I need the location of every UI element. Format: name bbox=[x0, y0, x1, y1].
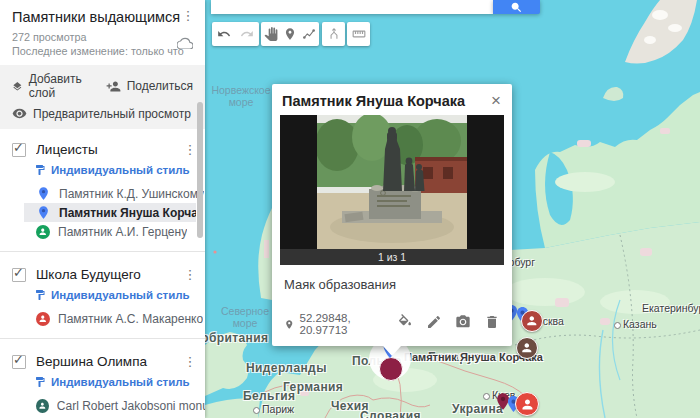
paint-roller-icon bbox=[34, 289, 46, 301]
share-button[interactable]: Поделиться bbox=[106, 72, 193, 100]
popup-photo[interactable]: 1 из 1 bbox=[280, 115, 504, 265]
coordinates-value: 52.29848, 20.97713 bbox=[299, 312, 397, 336]
ruler-icon bbox=[352, 27, 366, 41]
map-label-sea: Норвежское море bbox=[210, 84, 272, 108]
search-input[interactable] bbox=[211, 0, 493, 14]
pin-icon bbox=[36, 205, 51, 220]
style-button[interactable] bbox=[397, 314, 413, 334]
list-item[interactable]: Памятник А.С. Макаренко bbox=[0, 309, 205, 328]
map-label-city: Казань bbox=[614, 318, 657, 330]
trash-icon bbox=[484, 314, 500, 330]
map-label-city: Париж bbox=[253, 403, 294, 415]
item-label: Памятник К.Д. Ушинскому bbox=[59, 187, 204, 201]
add-marker-button[interactable] bbox=[280, 22, 299, 46]
pan-tool-button[interactable] bbox=[261, 22, 280, 46]
list-item-selected[interactable]: Памятник Януша Корчака bbox=[24, 203, 196, 222]
toolbar-directions bbox=[322, 22, 345, 46]
add-layer-button[interactable]: Добавить слой bbox=[12, 72, 88, 100]
photo-counter: 1 из 1 bbox=[280, 249, 504, 265]
list-item[interactable]: Carl Robert Jakobsoni monu... bbox=[0, 396, 205, 415]
layers-icon bbox=[12, 79, 23, 94]
layer-name[interactable]: Вершина Олимпа bbox=[36, 354, 183, 369]
map-label-city: Екатеринбург bbox=[642, 302, 700, 314]
monument-photo bbox=[317, 115, 467, 249]
add-photo-button[interactable] bbox=[455, 314, 471, 334]
redo-button[interactable] bbox=[236, 22, 260, 46]
undo-button[interactable] bbox=[212, 22, 236, 46]
pencil-icon bbox=[426, 314, 442, 330]
hand-icon bbox=[264, 27, 278, 41]
paint-bucket-icon bbox=[397, 314, 413, 330]
map-title[interactable]: Памятники выдающимся педаг... bbox=[12, 9, 181, 25]
item-label: Carl Robert Jakobsoni monu... bbox=[57, 399, 205, 413]
search-button[interactable] bbox=[493, 0, 540, 14]
last-edit: Последнее изменение: только что bbox=[12, 44, 193, 58]
layer-checkbox[interactable] bbox=[12, 268, 26, 282]
layer-section: Школа Будущего Индивидуальный стиль Памя… bbox=[0, 254, 205, 341]
sidebar: Памятники выдающимся педаг... 272 просмо… bbox=[0, 0, 205, 418]
toolbar-measure bbox=[347, 22, 370, 46]
map-marker-person[interactable] bbox=[516, 337, 538, 359]
route-split-icon bbox=[327, 27, 341, 41]
coordinates: 52.29848, 20.97713 bbox=[284, 312, 397, 336]
location-pin-icon bbox=[284, 319, 294, 330]
layer-style-label: Индивидуальный стиль bbox=[51, 164, 190, 176]
map-canvas[interactable]: Норвежское море Северное море Великобрит… bbox=[205, 0, 700, 418]
map-menu-kebab-icon[interactable] bbox=[181, 9, 195, 23]
layer-section: Вершина Олимпа Индивидуальный стиль Carl… bbox=[0, 341, 205, 418]
close-icon[interactable] bbox=[490, 93, 502, 108]
layer-menu-kebab-icon[interactable] bbox=[183, 355, 197, 369]
map-label-country: Словакия bbox=[360, 409, 421, 418]
add-layer-label: Добавить слой bbox=[29, 72, 88, 100]
polyline-icon bbox=[302, 27, 316, 41]
saved-cloud-icon bbox=[177, 37, 193, 52]
popup-title: Памятник Януша Корчака bbox=[282, 93, 490, 109]
divider bbox=[0, 251, 205, 252]
pin-icon bbox=[36, 186, 51, 201]
item-label: Памятник А.И. Герцену bbox=[58, 225, 187, 239]
layer-style-button[interactable]: Индивидуальный стиль bbox=[34, 376, 205, 388]
share-label: Поделиться bbox=[127, 79, 193, 93]
person-circle-icon bbox=[36, 399, 49, 413]
layer-checkbox[interactable] bbox=[12, 355, 26, 369]
person-circle-icon bbox=[36, 312, 50, 326]
info-window: Памятник Януша Корчака bbox=[272, 84, 512, 346]
map-label-country: Нидерланды bbox=[246, 361, 327, 375]
popup-description: Маяк образования bbox=[272, 265, 512, 292]
map-label-sea: Северное море bbox=[214, 305, 276, 329]
sidebar-scrollbar[interactable] bbox=[197, 102, 203, 238]
layer-name[interactable]: Лицеисты bbox=[36, 142, 183, 157]
map-marker-person[interactable] bbox=[515, 392, 539, 416]
person-plus-icon bbox=[106, 79, 121, 94]
toolbar-undo-redo bbox=[212, 22, 259, 46]
search-icon bbox=[510, 1, 523, 14]
add-directions-button[interactable] bbox=[322, 22, 345, 46]
delete-button[interactable] bbox=[484, 314, 500, 334]
measure-button[interactable] bbox=[347, 22, 370, 46]
redo-icon bbox=[240, 27, 254, 41]
layer-style-label: Индивидуальный стиль bbox=[51, 376, 190, 388]
divider bbox=[0, 338, 205, 339]
eye-icon bbox=[12, 106, 27, 121]
map-marker-person[interactable] bbox=[521, 310, 543, 332]
layer-name[interactable]: Школа Будущего bbox=[36, 267, 183, 282]
list-item[interactable]: Памятник А.И. Герцену bbox=[0, 222, 205, 241]
list-item[interactable]: Памятник К.Д. Ушинскому bbox=[0, 184, 205, 203]
map-label-country: Великобритания bbox=[205, 331, 268, 345]
layer-menu-kebab-icon[interactable] bbox=[183, 268, 197, 282]
map-label-country: Германия bbox=[283, 380, 343, 394]
draw-line-button[interactable] bbox=[300, 22, 319, 46]
layer-checkbox[interactable] bbox=[12, 143, 26, 157]
camera-icon bbox=[455, 314, 471, 330]
undo-icon bbox=[217, 27, 231, 41]
layer-style-button[interactable]: Индивидуальный стиль bbox=[34, 164, 205, 176]
person-circle-icon bbox=[36, 225, 50, 239]
sidebar-actionbar: Добавить слой Поделиться Предварительный… bbox=[0, 65, 205, 129]
views-count: 272 просмотра bbox=[12, 30, 193, 44]
layer-style-button[interactable]: Индивидуальный стиль bbox=[34, 289, 205, 301]
layer-section: Лицеисты Индивидуальный стиль Памятник К… bbox=[0, 129, 205, 254]
item-label: Памятник Януша Корчака bbox=[59, 206, 196, 220]
edit-button[interactable] bbox=[426, 314, 442, 334]
layer-menu-kebab-icon[interactable] bbox=[183, 143, 197, 157]
preview-button[interactable]: Предварительный просмотр bbox=[12, 106, 191, 121]
